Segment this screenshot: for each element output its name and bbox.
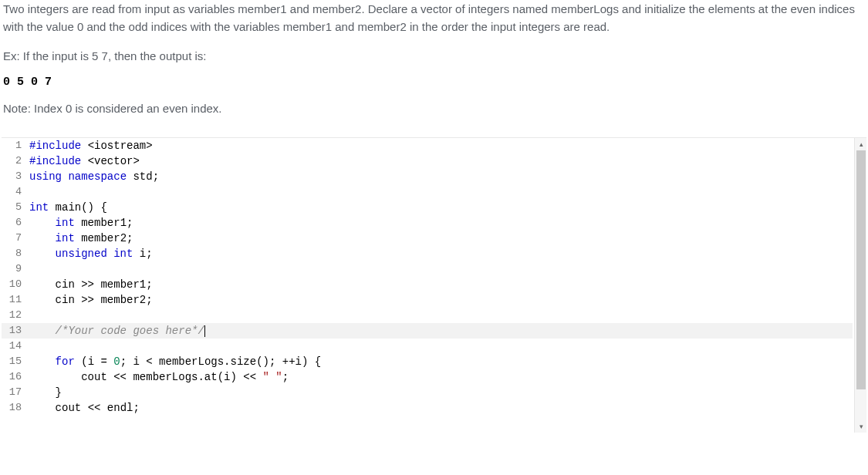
- scrollbar-track[interactable]: ▴ ▾: [854, 138, 866, 433]
- line-number: 15: [2, 354, 29, 369]
- code-line[interactable]: 2#include <vector>: [2, 153, 853, 169]
- line-number: 1: [2, 138, 29, 153]
- code-line-content[interactable]: [29, 339, 853, 354]
- code-line[interactable]: 14: [2, 339, 853, 354]
- line-number: 3: [2, 169, 29, 184]
- line-number: 9: [2, 261, 29, 277]
- line-number: 5: [2, 200, 29, 215]
- line-number: 16: [2, 369, 29, 385]
- sample-output: 0 5 0 7: [3, 76, 865, 89]
- code-line-content[interactable]: cout << memberLogs.at(i) << " ";: [29, 369, 853, 385]
- text-cursor-icon: [204, 325, 205, 337]
- code-line-content[interactable]: #include <iostream>: [29, 138, 853, 153]
- scroll-up-arrow-icon[interactable]: ▴: [855, 138, 867, 150]
- code-line[interactable]: 6 int member1;: [2, 215, 853, 231]
- line-number: 10: [2, 277, 29, 292]
- line-number: 18: [2, 400, 29, 416]
- line-number: 17: [2, 385, 29, 400]
- code-line-content[interactable]: /*Your code goes here*/: [29, 323, 853, 339]
- example-label: Ex: If the input is 5 7, then the output…: [3, 47, 865, 65]
- code-editor[interactable]: 1#include <iostream>2#include <vector>3u…: [2, 138, 866, 433]
- code-line-content[interactable]: [29, 184, 853, 200]
- scrollbar-thumb[interactable]: [856, 150, 866, 389]
- code-line-content[interactable]: cin >> member1;: [29, 277, 853, 292]
- code-line[interactable]: 3using namespace std;: [2, 169, 853, 184]
- code-line[interactable]: 17 }: [2, 385, 853, 400]
- code-line[interactable]: 15 for (i = 0; i < memberLogs.size(); ++…: [2, 354, 853, 369]
- line-number: 11: [2, 292, 29, 308]
- code-line[interactable]: 5int main() {: [2, 200, 853, 215]
- code-line[interactable]: 9: [2, 261, 853, 277]
- code-line[interactable]: 12: [2, 308, 853, 323]
- line-number: 13: [2, 323, 29, 339]
- code-line[interactable]: 7 int member2;: [2, 231, 853, 246]
- code-line-content[interactable]: int main() {: [29, 200, 853, 215]
- code-line[interactable]: 4: [2, 184, 853, 200]
- code-line-content[interactable]: for (i = 0; i < memberLogs.size(); ++i) …: [29, 354, 853, 369]
- code-line[interactable]: 16 cout << memberLogs.at(i) << " ";: [2, 369, 853, 385]
- code-editor-wrap: 1#include <iostream>2#include <vector>3u…: [2, 137, 866, 433]
- code-line[interactable]: 11 cin >> member2;: [2, 292, 853, 308]
- line-number: 4: [2, 184, 29, 200]
- line-number: 8: [2, 246, 29, 261]
- line-number: 12: [2, 308, 29, 323]
- line-number: 14: [2, 339, 29, 354]
- problem-statement: Two integers are read from input as vari…: [0, 0, 868, 137]
- line-number: 2: [2, 153, 29, 169]
- code-line-content[interactable]: int member1;: [29, 215, 853, 231]
- code-line-content[interactable]: cout << endl;: [29, 400, 853, 416]
- code-line[interactable]: 1#include <iostream>: [2, 138, 853, 153]
- code-line[interactable]: 10 cin >> member1;: [2, 277, 853, 292]
- problem-paragraph-1: Two integers are read from input as vari…: [3, 0, 865, 36]
- code-line-content[interactable]: using namespace std;: [29, 169, 853, 184]
- line-number: 6: [2, 215, 29, 231]
- code-line-content[interactable]: [29, 261, 853, 277]
- code-line-content[interactable]: int member2;: [29, 231, 853, 246]
- code-line-content[interactable]: unsigned int i;: [29, 246, 853, 261]
- scroll-down-arrow-icon[interactable]: ▾: [855, 420, 867, 433]
- line-number: 7: [2, 231, 29, 246]
- code-line-content[interactable]: [29, 308, 853, 323]
- code-line[interactable]: 13 /*Your code goes here*/: [2, 323, 853, 339]
- problem-note: Note: Index 0 is considered an even inde…: [3, 99, 865, 117]
- code-line-content[interactable]: cin >> member2;: [29, 292, 853, 308]
- code-line-content[interactable]: #include <vector>: [29, 153, 853, 169]
- code-line[interactable]: 8 unsigned int i;: [2, 246, 853, 261]
- code-line-content[interactable]: }: [29, 385, 853, 400]
- code-line[interactable]: 18 cout << endl;: [2, 400, 853, 416]
